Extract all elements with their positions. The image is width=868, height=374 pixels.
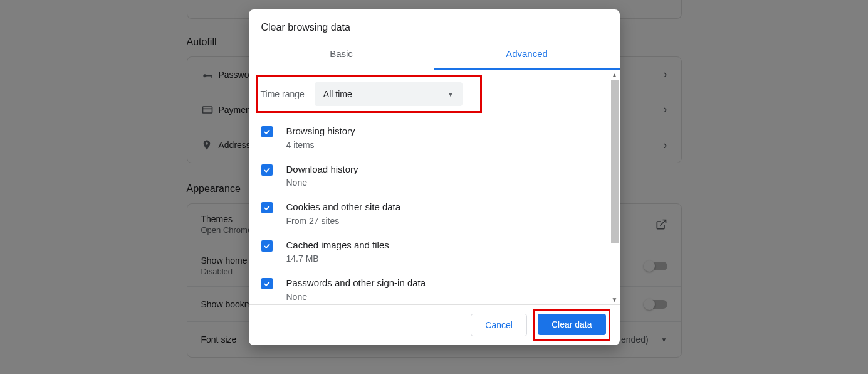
dialog-title: Clear browsing data: [249, 9, 620, 41]
check-sub: None: [286, 292, 610, 302]
item-download-history[interactable]: Download history None: [259, 156, 610, 195]
clear-data-button[interactable]: Clear data: [538, 314, 606, 335]
item-passwords[interactable]: Passwords and other sign-in data None: [259, 270, 610, 304]
check-sub: 14.7 MB: [286, 254, 610, 264]
check-sub: From 27 sites: [286, 216, 610, 226]
checkbox[interactable]: [261, 126, 273, 137]
clear-data-highlight: Clear data: [533, 309, 610, 341]
time-range-label: Time range: [261, 89, 305, 99]
check-title: Passwords and other sign-in data: [286, 276, 610, 291]
dialog-tabs: Basic Advanced: [249, 41, 620, 70]
check-sub: 4 items: [286, 140, 610, 150]
cancel-button[interactable]: Cancel: [471, 314, 527, 336]
dialog-footer: Cancel Clear data: [249, 304, 620, 345]
item-cookies[interactable]: Cookies and other site data From 27 site…: [259, 194, 610, 232]
time-range-row: Time range All time ▼: [256, 75, 482, 113]
time-range-select[interactable]: All time ▼: [315, 82, 463, 106]
checkbox[interactable]: [261, 240, 273, 252]
item-browsing-history[interactable]: Browsing history 4 items: [259, 118, 610, 156]
chevron-down-icon: ▼: [447, 91, 454, 98]
time-range-value: All time: [323, 89, 352, 99]
checkbox[interactable]: [261, 278, 273, 289]
tab-basic[interactable]: Basic: [249, 41, 434, 70]
item-cache[interactable]: Cached images and files 14.7 MB: [259, 232, 610, 270]
checkbox[interactable]: [261, 164, 273, 176]
checkbox[interactable]: [261, 202, 273, 213]
dialog-scroll-area[interactable]: Time range All time ▼ Browsing history 4…: [249, 70, 620, 304]
check-sub: None: [286, 178, 610, 188]
tab-advanced[interactable]: Advanced: [434, 41, 620, 70]
check-title: Cached images and files: [286, 238, 610, 253]
check-title: Cookies and other site data: [286, 200, 610, 215]
clear-browsing-dialog: Clear browsing data Basic Advanced Time …: [249, 9, 620, 345]
check-title: Browsing history: [286, 124, 610, 139]
check-title: Download history: [286, 163, 610, 177]
